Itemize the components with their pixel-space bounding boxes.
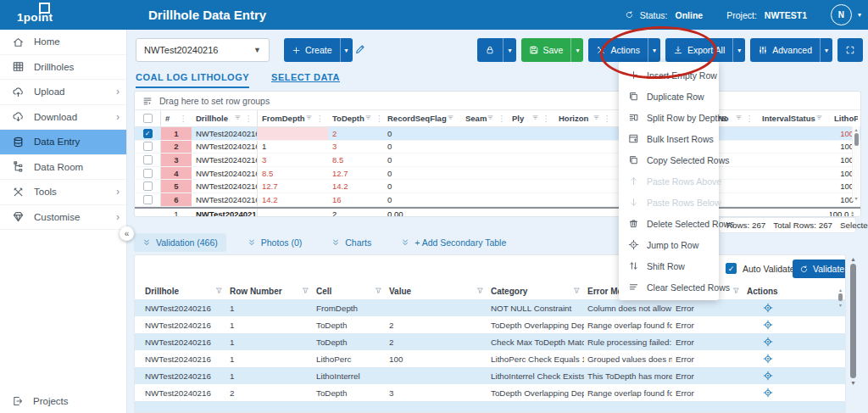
chevron-down-icon[interactable]: ▾ <box>858 11 861 19</box>
drillhole-cell[interactable]: NWTest20240216 <box>192 167 258 180</box>
horizon-cell[interactable] <box>554 153 615 166</box>
row-checkbox[interactable] <box>143 142 153 151</box>
panel-tab-add-secondary-table[interactable]: + Add Secondary Table <box>392 233 515 252</box>
lock-button[interactable] <box>477 38 503 62</box>
panel-tab-photos-0[interactable]: Photos (0) <box>239 233 310 252</box>
ply-cell[interactable] <box>508 180 554 193</box>
row-checkbox[interactable] <box>143 169 153 178</box>
create-button[interactable]: Create <box>284 38 340 62</box>
validation-row[interactable]: NWTest202402162ToDepth3ToDepth Overlappi… <box>135 384 845 401</box>
grid-vertical-scrollbar[interactable]: ▴▾ <box>852 126 860 201</box>
column-menu-icon[interactable]: ⋮ <box>604 114 612 123</box>
sidebar-item-data-room[interactable]: Data Room <box>0 155 126 181</box>
advanced-button[interactable]: Advanced <box>750 38 820 62</box>
validation-column-row-number[interactable]: Row Number <box>226 287 313 296</box>
grid-column-header-horizon[interactable]: Horizon⋮ <box>554 110 615 126</box>
drillhole-cell[interactable]: NWTest20240216 <box>192 180 258 193</box>
intervalstatus-cell[interactable] <box>758 153 830 166</box>
validation-column-cell[interactable]: Cell <box>313 287 386 296</box>
ply-cell[interactable] <box>508 153 554 166</box>
no-cell[interactable] <box>714 127 758 140</box>
drillhole-cell[interactable]: NWTest20240216 <box>192 153 258 166</box>
jump-to-cell-button[interactable] <box>743 354 793 364</box>
ply-cell[interactable] <box>508 141 554 153</box>
jump-to-cell-button[interactable] <box>743 388 793 398</box>
sidebar-item-drillholes[interactable]: Drillholes <box>0 55 126 81</box>
jump-to-cell-button[interactable] <box>743 337 793 347</box>
grid-column-header-drillhole[interactable]: Drillhole⋮ <box>192 110 258 126</box>
intervalstatus-cell[interactable] <box>758 167 830 180</box>
scrollbar-thumb[interactable] <box>838 293 843 301</box>
grid-row-5[interactable]: 5NWTest2024021612.714.20100 <box>135 180 860 193</box>
actions-button[interactable]: Actions <box>588 38 647 62</box>
fromdepth-cell[interactable]: 14.2 <box>258 193 328 206</box>
seam-cell[interactable] <box>461 193 508 206</box>
intervalstatus-cell[interactable] <box>758 141 830 153</box>
column-menu-icon[interactable]: ⋮ <box>498 114 506 123</box>
edit-pencil-icon[interactable] <box>354 43 366 55</box>
sidebar-item-upload[interactable]: Upload› <box>0 80 126 105</box>
grid-column-header-todepth[interactable]: ToDepth⋮ <box>328 110 383 126</box>
sidebar-item-data-entry[interactable]: Data Entry <box>0 130 126 155</box>
grid-column-header-blank[interactable]: #⋮ <box>161 110 192 126</box>
save-button[interactable]: Save <box>521 38 571 62</box>
column-menu-icon[interactable]: ⋮ <box>316 114 325 123</box>
intervalstatus-cell[interactable] <box>758 180 830 193</box>
auto-validate-checkbox[interactable] <box>726 263 737 274</box>
column-menu-icon[interactable]: ⋮ <box>542 114 551 123</box>
menu-item-clear-selected-rows[interactable]: Clear Selected Rows <box>619 276 719 298</box>
create-dropdown-button[interactable]: ▾ <box>340 38 353 62</box>
horizon-cell[interactable] <box>554 193 615 206</box>
horizon-cell[interactable] <box>554 141 615 153</box>
validation-column-category[interactable]: Category <box>487 287 584 296</box>
column-menu-icon[interactable]: ⋮ <box>180 114 188 123</box>
recordseqflag-cell[interactable]: 0 <box>383 180 461 193</box>
seam-cell[interactable] <box>461 153 508 166</box>
validation-row[interactable]: NWTest202402161ToDepth2Check Max ToDepth… <box>135 333 845 350</box>
seam-cell[interactable] <box>461 167 508 180</box>
horizon-cell[interactable] <box>554 180 615 193</box>
grid-row-4[interactable]: 4NWTest202402168.512.70100 <box>135 167 860 181</box>
seam-cell[interactable] <box>461 180 508 193</box>
fromdepth-cell[interactable]: 3 <box>258 153 328 166</box>
row-checkbox[interactable] <box>143 195 153 204</box>
advanced-dropdown-button[interactable]: ▾ <box>820 38 832 62</box>
validation-row[interactable]: NWTest202402161LithoPerc100LithoPerc Che… <box>135 350 845 367</box>
grid-column-header-seam[interactable]: Seam⋮ <box>461 110 508 126</box>
save-dropdown-button[interactable]: ▾ <box>570 38 583 62</box>
validation-column-actions[interactable]: Actions <box>743 287 793 296</box>
column-menu-icon[interactable]: ⋮ <box>245 114 253 123</box>
logo[interactable]: 1point <box>17 11 53 24</box>
jump-to-cell-button[interactable] <box>743 303 793 313</box>
export-all-button[interactable]: Export All <box>665 38 732 62</box>
recordseqflag-cell[interactable]: 0 <box>383 141 461 153</box>
no-cell[interactable] <box>714 141 758 153</box>
tab-select-data[interactable]: SELECT DATA <box>271 72 340 88</box>
sidebar-item-home[interactable]: Home <box>0 30 126 55</box>
row-checkbox[interactable] <box>143 181 153 191</box>
sidebar-item-download[interactable]: Download› <box>0 105 126 131</box>
column-menu-icon[interactable]: ⋮ <box>376 114 383 123</box>
avatar[interactable]: N <box>831 4 852 25</box>
grid-row-2[interactable]: 2NWTest20240216130100 <box>135 141 860 154</box>
drillhole-select[interactable]: NWTest20240216 ▼ <box>136 38 270 62</box>
sidebar-item-customise[interactable]: Customise› <box>0 205 126 231</box>
intervalstatus-cell[interactable] <box>758 193 830 206</box>
select-all-checkbox[interactable] <box>143 114 153 123</box>
menu-item-duplicate-row[interactable]: Duplicate Row <box>619 86 719 107</box>
drillhole-cell[interactable]: NWTest20240216 <box>192 193 258 206</box>
menu-item-jump-to-row[interactable]: Jump to Row <box>619 234 719 255</box>
todepth-cell[interactable]: 14.2 <box>328 180 383 193</box>
menu-item-copy-selected-rows[interactable]: Copy Selected Rows <box>619 149 719 170</box>
row-checkbox[interactable] <box>143 129 153 138</box>
scrollbar-thumb[interactable] <box>854 133 859 146</box>
todepth-cell[interactable]: 12.7 <box>328 167 383 180</box>
lock-dropdown-button[interactable]: ▾ <box>503 38 515 62</box>
actions-dropdown-button[interactable]: ▾ <box>648 38 660 62</box>
scrollbar-thumb[interactable] <box>850 264 856 378</box>
column-menu-icon[interactable]: ⋮ <box>746 114 754 123</box>
todepth-cell[interactable]: 3 <box>328 141 383 153</box>
jump-to-cell-button[interactable] <box>743 371 793 381</box>
grid-row-6[interactable]: 6NWTest2024021614.2160100 <box>135 193 860 207</box>
validation-row[interactable]: NWTest202402161FromDepthNOT NULL Constra… <box>135 299 845 316</box>
